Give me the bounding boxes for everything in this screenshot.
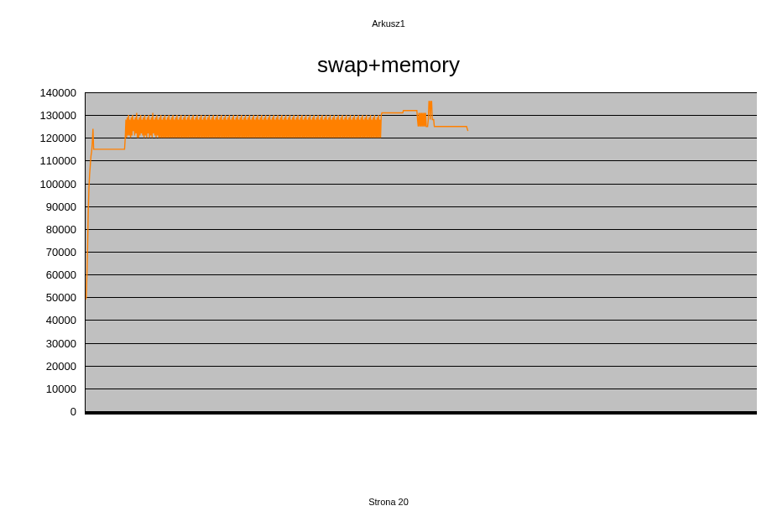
y-tick-label: 50000 — [29, 291, 76, 304]
chart: 0100002000030000400005000060000700008000… — [29, 92, 759, 420]
y-tick-label: 120000 — [29, 132, 76, 144]
plot-area — [85, 92, 757, 415]
y-tick-label: 40000 — [29, 314, 76, 326]
y-tick-label: 60000 — [29, 269, 76, 281]
y-tick-label: 130000 — [29, 109, 76, 122]
y-tick-label: 0 — [29, 405, 76, 418]
sheet-name: Arkusz1 — [0, 18, 777, 29]
y-tick-label: 100000 — [29, 177, 76, 190]
y-tick-label: 20000 — [29, 359, 76, 372]
page-footer: Strona 20 — [0, 497, 777, 507]
y-tick-label: 80000 — [29, 222, 76, 235]
y-tick-label: 110000 — [29, 154, 76, 167]
line-series — [86, 92, 757, 411]
y-tick-label: 70000 — [29, 246, 76, 258]
y-axis: 0100002000030000400005000060000700008000… — [29, 92, 83, 411]
y-tick-label: 140000 — [29, 86, 76, 99]
y-tick-label: 30000 — [29, 336, 76, 349]
y-tick-label: 90000 — [29, 200, 76, 212]
chart-title: swap+memory — [0, 52, 777, 78]
y-tick-label: 10000 — [29, 382, 76, 394]
